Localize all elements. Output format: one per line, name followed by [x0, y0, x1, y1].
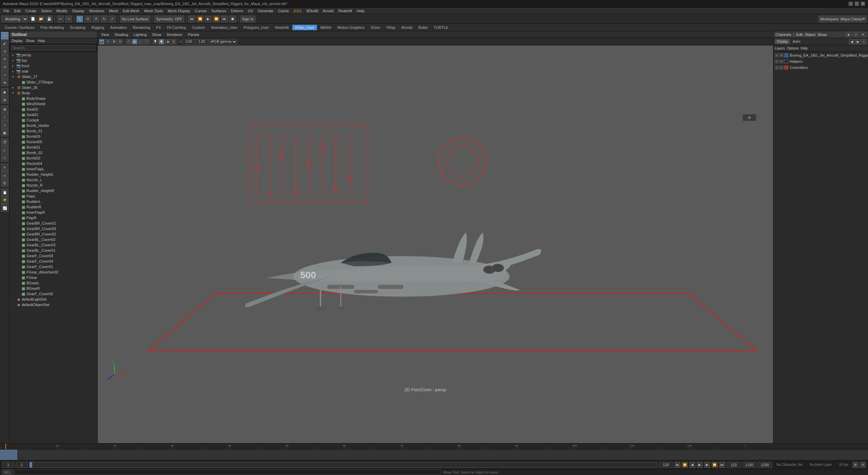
vp-tb-smooth[interactable]: ■ [132, 39, 137, 44]
menu-uv[interactable]: UV [246, 8, 255, 14]
tree-item-gearf-cover04[interactable]: · ▦ GearF_Cover04 [9, 259, 97, 264]
tree-item-rudderr[interactable]: · ▦ RudderR [9, 204, 97, 210]
move-tool-icon[interactable]: ✛ [1, 55, 8, 63]
layers-add-btn[interactable]: + [861, 39, 867, 44]
vp-gamma-input[interactable] [196, 39, 208, 44]
tree-item-bodyshape[interactable]: · ▦ BodyShape [9, 96, 97, 101]
playback-btn5[interactable]: ⏭ [221, 16, 228, 22]
vp-tb-isolate[interactable]: ⊙ [105, 39, 111, 44]
show-manipulator-icon[interactable]: ⊞ [1, 96, 8, 103]
shelf-fit-caching[interactable]: Fit Caching [164, 25, 189, 30]
menu-generate[interactable]: Generate [256, 8, 275, 14]
menu-create[interactable]: Create [23, 8, 39, 14]
render-icon[interactable]: ▷ [1, 146, 8, 154]
shelf-animation[interactable]: Animation [107, 25, 130, 30]
menu-edit[interactable]: Edit [12, 8, 23, 14]
tree-item-rocket05[interactable]: · ▦ Rocket05 [9, 139, 97, 145]
redo-btn[interactable]: ↪ [65, 16, 72, 22]
shelf-xgen[interactable]: XGen [368, 25, 383, 30]
minimize-button[interactable]: ─ [848, 1, 853, 6]
play-btn[interactable]: ▶ [697, 462, 703, 468]
tree-item-gearbr-cover02[interactable]: · ▦ GearBR_Cover02 [9, 231, 97, 237]
shelf-motion-graphics[interactable]: Motion Graphics [335, 25, 367, 30]
vp-tb-lights[interactable]: 💡 [153, 39, 158, 44]
open-scene-btn[interactable]: 📂 [38, 16, 44, 22]
layer-play-check-boeing[interactable]: P [780, 53, 784, 57]
shelf-arnold[interactable]: Arnold [399, 25, 415, 30]
sign-in-label[interactable]: Sign In [240, 16, 255, 22]
select-tool-icon[interactable]: ↖ [1, 32, 8, 39]
shelf-xgen-user[interactable]: XGen_User [292, 25, 317, 30]
start-frame-input[interactable] [2, 462, 14, 468]
channels-close-btn[interactable]: ✕ [861, 32, 866, 37]
tree-item-innerflapl[interactable]: · ▦ InnerFlapL [9, 166, 97, 172]
outliner-menu-help[interactable]: Help [37, 39, 46, 43]
menu-select[interactable]: Select [39, 8, 54, 14]
playback-end-input[interactable] [727, 462, 741, 468]
layer-play-check-helpers[interactable]: P [780, 59, 784, 63]
layers-prev-btn[interactable]: ◀ [849, 39, 854, 44]
move-btn[interactable]: ✛ [93, 16, 99, 22]
tree-item-persp[interactable]: ▸ 📷 persp [9, 52, 97, 58]
anim-tab[interactable]: Anim [791, 39, 803, 44]
layer-vis-check-helpers[interactable]: V [775, 59, 779, 63]
layer-vis-check-boeing[interactable]: V [775, 53, 779, 57]
channels-pin-btn[interactable]: ◈ [846, 32, 851, 37]
close-button[interactable]: ✕ [861, 1, 865, 6]
vp-exposure-input[interactable] [183, 39, 195, 44]
tree-item-top[interactable]: ▸ 📷 top [9, 58, 97, 63]
menu-mesh-display[interactable]: Mesh Display [166, 8, 192, 14]
menu-windows[interactable]: Windows [87, 8, 106, 14]
menu-curves[interactable]: Curves [193, 8, 209, 14]
tree-item-bomb-holder[interactable]: · ▦ Bomb_Holder [9, 123, 97, 128]
viewport-menu-lighting[interactable]: Lighting [132, 32, 149, 37]
menu-redshift[interactable]: Redshift [336, 8, 354, 14]
timeline-canvas[interactable] [0, 443, 746, 450]
vp-tb-camera[interactable]: 📷 [99, 39, 104, 44]
tree-item-gearbl-cover01[interactable]: · ▦ GearBL_Cover01 [9, 248, 97, 253]
rotate-btn[interactable]: ↻ [101, 16, 107, 22]
go-to-start-btn[interactable]: ⏮ [674, 462, 680, 468]
tree-item-default-object-set[interactable]: · ◈ defaultObjectSet [9, 302, 97, 307]
shelf-vray[interactable]: VRay [383, 25, 398, 30]
snap-to-surface-icon[interactable]: ▣ [1, 129, 8, 136]
display-tab[interactable]: Display [775, 39, 790, 44]
menu-surfaces[interactable]: Surfaces [210, 8, 228, 14]
symmetry-label[interactable]: Symmetry: OFF [154, 16, 184, 22]
tree-item-flapl[interactable]: · ▦ FlapL [9, 193, 97, 199]
menu-modify[interactable]: Modify [54, 8, 69, 14]
tree-item-fgear-absorber02[interactable]: · ▦ FGear_Absorber02 [9, 269, 97, 275]
tree-item-gearbr-cover01[interactable]: · ▦ GearBR_Cover01 [9, 221, 97, 226]
display-layer-icon[interactable]: ≡ [1, 164, 8, 171]
tree-item-rocket04[interactable]: · ▦ Rocket04 [9, 161, 97, 166]
mel-input[interactable] [15, 470, 441, 475]
vp-tb-wireframe[interactable]: ⬡ [126, 39, 131, 44]
channels-edit[interactable]: Edit [796, 33, 803, 37]
mel-mode-selector[interactable]: MEL [2, 470, 13, 475]
vp-tb-frame-sel[interactable]: ⊡ [117, 39, 123, 44]
tree-item-bomb03[interactable]: · ▦ Bomb03 [9, 134, 97, 139]
prev-key-btn[interactable]: ⏪ [682, 462, 688, 468]
window-controls[interactable]: ─ □ ✕ [848, 1, 865, 6]
tree-item-seat01[interactable]: · ▦ Seat01 [9, 112, 97, 117]
tree-item-windshield[interactable]: · ▦ WindShield [9, 101, 97, 107]
shelf-mash[interactable]: MASH [318, 25, 334, 30]
tree-item-bomb02b[interactable]: · ▦ Bomb02 [9, 155, 97, 161]
shelf-redshift[interactable]: Redshift [272, 25, 291, 30]
anim-layer-icon[interactable]: ⚏ [1, 171, 8, 179]
tree-item-gearbl-cover03[interactable]: · ▦ GearBL_Cover03 [9, 242, 97, 248]
shelf-sculpting[interactable]: Sculpting [67, 25, 88, 30]
scale-btn[interactable]: ⤢ [109, 16, 116, 22]
stop-btn[interactable]: ⏹ [229, 16, 236, 22]
tree-item-bomb01b[interactable]: · ▦ Bomb01 [9, 145, 97, 150]
graph-editor-icon[interactable]: 📈 [1, 204, 8, 212]
menu-file[interactable]: File [1, 8, 12, 14]
viewport-menu-view[interactable]: View [99, 32, 111, 37]
playback-btn4[interactable]: ⏩ [213, 16, 220, 22]
tree-item-nozzle-r[interactable]: · ▦ Nozzle_R [9, 183, 97, 188]
tree-item-innerflapr[interactable]: · ▦ InnerFlapR [9, 210, 97, 215]
tree-item-default-light-set[interactable]: · ◈ defaultLightSet [9, 297, 97, 302]
menu-mesh-tools[interactable]: Mesh Tools [142, 8, 165, 14]
tree-item-side[interactable]: ▸ 📷 side [9, 69, 97, 74]
shelf-rigging[interactable]: Rigging [89, 25, 107, 30]
